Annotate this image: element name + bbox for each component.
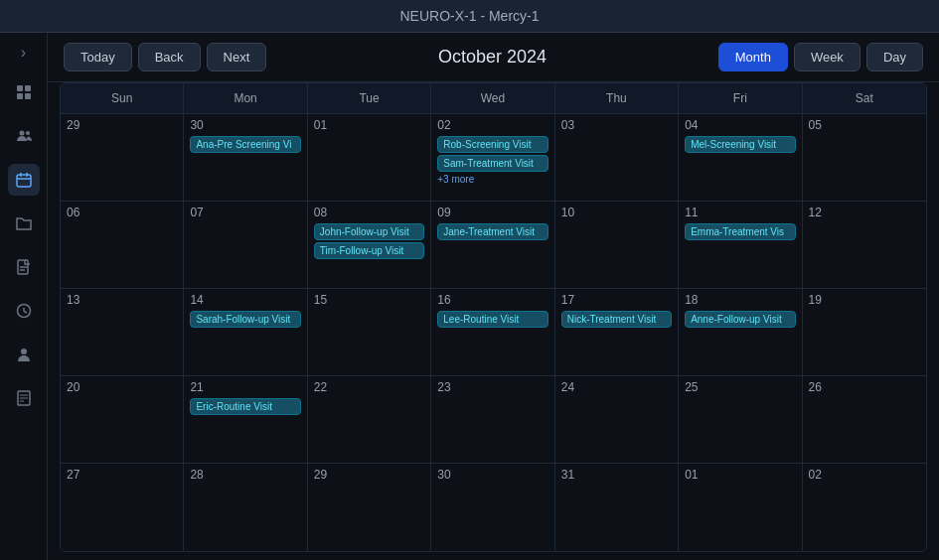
event-pill[interactable]: Nick-Treatment Visit [561,311,672,328]
current-period: October 2024 [274,47,709,68]
calendar-cell[interactable]: 27 [61,464,184,551]
calendar-row-4: 27282930310102 [61,464,926,551]
event-pill[interactable]: Sarah-Follow-up Visit [190,311,300,328]
sidebar: › [0,33,48,560]
calendar-cell[interactable]: 26 [803,376,926,463]
calendar-cell[interactable]: 31 [555,464,679,551]
calendar-cell[interactable]: 10 [555,202,679,288]
header-sun: Sun [61,83,184,113]
calendar-row-3: 2021Eric-Routine Visit2223242526 [61,376,926,464]
calendar-cell[interactable]: 19 [803,289,926,375]
event-pill[interactable]: Emma-Treatment Vis [685,223,795,240]
event-pill[interactable]: John-Follow-up Visit [314,223,424,240]
calendar-cell[interactable]: 24 [555,376,679,463]
calendar-cell[interactable]: 01 [308,114,431,201]
back-button[interactable]: Back [138,43,201,71]
calendar-cell[interactable]: 23 [431,376,554,463]
cell-date: 29 [67,118,177,132]
calendar-cell[interactable]: 02 [803,464,926,551]
header-fri: Fri [679,83,802,113]
person-icon[interactable] [8,339,40,370]
clock-icon[interactable] [8,295,40,327]
folder-icon[interactable] [8,208,40,239]
title-bar: NEURO-X-1 - Mercy-1 [0,0,939,33]
svg-point-16 [21,349,27,354]
cell-date: 03 [561,118,672,132]
event-pill[interactable]: Rob-Screening Visit [437,136,548,153]
event-pill[interactable]: Lee-Routine Visit [437,311,548,328]
calendar-cell[interactable]: 13 [61,289,184,375]
event-pill[interactable]: Tim-Follow-up Visit [314,242,424,259]
cell-date: 07 [190,206,300,219]
cell-date: 30 [190,118,300,132]
cell-date: 17 [561,293,672,307]
event-pill[interactable]: Ana-Pre Screening Vi [190,136,300,153]
header-sat: Sat [803,83,926,113]
cell-date: 16 [437,293,548,307]
header-tue: Tue [308,83,431,113]
calendar-cell[interactable]: 14Sarah-Follow-up Visit [184,289,307,375]
calendar-cell[interactable]: 04Mel-Screening Visit [679,114,802,201]
cell-date: 25 [685,380,795,394]
svg-point-4 [19,131,24,136]
cell-date: 02 [809,468,920,482]
calendar-cell[interactable]: 29 [61,114,184,201]
event-pill[interactable]: Jane-Treatment Visit [437,223,548,240]
cell-date: 05 [809,118,920,132]
calendar-cell[interactable]: 12 [803,202,926,288]
calendar-icon[interactable] [8,164,40,196]
cell-date: 11 [685,206,795,219]
calendar-cell[interactable]: 06 [61,202,184,288]
calendar-cell[interactable]: 21Eric-Routine Visit [184,376,307,463]
calendar-cell[interactable]: 25 [679,376,802,463]
month-view-button[interactable]: Month [718,43,788,71]
calendar-cell[interactable]: 07 [184,202,307,288]
header-mon: Mon [184,83,307,113]
grid-icon[interactable] [8,76,40,108]
calendar-cell[interactable]: 18Anne-Follow-up Visit [679,289,802,375]
event-pill[interactable]: Eric-Routine Visit [190,398,300,415]
calendar-cell[interactable]: 30Ana-Pre Screening Vi [184,114,307,201]
next-button[interactable]: Next [207,43,267,71]
calendar-cell[interactable]: 08John-Follow-up VisitTim-Follow-up Visi… [308,202,431,288]
calendar-cell[interactable]: 30 [431,464,554,551]
calendar-cell[interactable]: 11Emma-Treatment Vis [679,202,802,288]
calendar-cell[interactable]: 05 [803,114,926,201]
more-events-link[interactable]: +3 more [437,174,548,185]
calendar-body: 2930Ana-Pre Screening Vi0102Rob-Screenin… [61,114,926,551]
calendar-cell[interactable]: 20 [61,376,184,463]
calendar-cell[interactable]: 03 [555,114,679,201]
cell-date: 02 [437,118,548,132]
day-view-button[interactable]: Day [866,43,923,71]
calendar-header: Sun Mon Tue Wed Thu Fri Sat [61,83,926,114]
calendar-cell[interactable]: 01 [679,464,802,551]
event-pill[interactable]: Sam-Treatment Visit [437,155,548,172]
today-button[interactable]: Today [64,43,132,71]
calendar-container: Sun Mon Tue Wed Thu Fri Sat 2930Ana-Pre … [48,82,939,560]
svg-rect-2 [17,93,23,99]
cell-date: 28 [190,468,300,482]
cell-date: 29 [314,468,424,482]
document-icon[interactable] [8,251,40,283]
cell-date: 01 [314,118,424,132]
calendar-cell[interactable]: 22 [308,376,431,463]
calendar-cell[interactable]: 28 [184,464,307,551]
header-thu: Thu [555,83,679,113]
cell-date: 18 [685,293,795,307]
cell-date: 27 [67,468,177,482]
calendar-cell[interactable]: 16Lee-Routine Visit [431,289,554,375]
event-pill[interactable]: Mel-Screening Visit [685,136,795,153]
cell-date: 26 [809,380,920,394]
event-pill[interactable]: Anne-Follow-up Visit [685,311,795,328]
svg-point-5 [26,131,30,135]
report-icon[interactable] [8,382,40,414]
users-icon[interactable] [8,120,40,152]
week-view-button[interactable]: Week [794,43,861,71]
calendar-cell[interactable]: 17Nick-Treatment Visit [555,289,679,375]
calendar-cell[interactable]: 02Rob-Screening VisitSam-Treatment Visit… [431,114,554,201]
calendar-row-2: 1314Sarah-Follow-up Visit1516Lee-Routine… [61,289,926,376]
calendar-cell[interactable]: 15 [308,289,431,375]
calendar-cell[interactable]: 29 [308,464,431,551]
sidebar-toggle[interactable]: › [12,41,36,65]
calendar-cell[interactable]: 09Jane-Treatment Visit [431,202,554,288]
